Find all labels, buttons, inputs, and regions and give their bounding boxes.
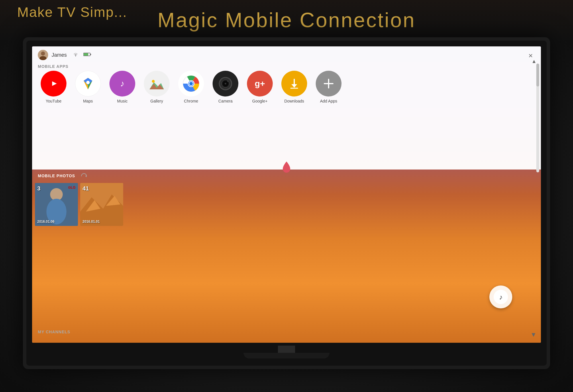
svg-rect-4 [90,54,91,55]
banner-subtitle: Make TV Simp... [17,4,127,20]
banner-title: Magic Mobile Connection [158,8,415,32]
stand-neck [278,346,295,353]
photo-date-1: 2016.01.06 [37,220,54,224]
white-panel [32,46,541,170]
youtube-icon [41,71,66,96]
svg-text:♪: ♪ [120,79,125,88]
googleplus-label: Google+ [252,99,267,103]
svg-point-9 [86,81,90,84]
addapps-label: Add Apps [320,99,337,103]
svg-point-15 [152,80,155,83]
svg-point-28 [227,81,228,82]
top-banner: Make TV Simp... Magic Mobile Connection [0,0,573,40]
teardrop-shape [282,161,291,172]
scrollbar-thumb[interactable] [536,64,539,86]
svg-text:⊙LG: ⊙LG [68,186,76,190]
wifi-icon [72,52,79,58]
gallery-icon [144,71,170,96]
music-float-button[interactable]: ♪ [489,285,512,308]
apps-row: YouTube Maps [38,71,527,103]
photo-count-2: 41 [83,185,89,192]
app-camera[interactable]: Camera [210,71,241,103]
app-downloads[interactable]: Downloads [278,71,310,103]
photos-section: MOBILE PHOTOS [32,170,541,343]
gallery-label: Gallery [150,99,163,103]
user-bar: James [32,46,527,64]
music-icon: ♪ [109,71,135,96]
user-name: James [52,52,67,58]
stand-base [244,353,329,358]
app-chrome[interactable]: Chrome [175,71,207,103]
scrollbar-track[interactable] [536,64,539,172]
app-youtube[interactable]: YouTube [38,71,69,103]
svg-marker-38 [85,175,87,177]
tv-stand [229,346,344,360]
scroll-down-button[interactable]: ▼ [530,331,537,338]
refresh-icon[interactable] [81,173,88,180]
youtube-label: YouTube [46,99,61,103]
camera-label: Camera [218,99,233,103]
googleplus-icon: g+ [247,71,273,96]
avatar [38,50,48,60]
photo-thumb-1[interactable]: ⊙LG 3 2016.01.06 [35,183,78,226]
battery-icon [83,52,91,58]
downloads-label: Downloads [284,99,304,103]
mobile-photos-label: MOBILE PHOTOS [38,174,75,178]
svg-rect-5 [84,53,88,56]
svg-text:g+: g+ [255,79,265,88]
music-label: Music [117,99,128,103]
photo-count-1: 3 [37,185,40,192]
downloads-icon [281,71,307,96]
maps-label: Maps [83,99,93,103]
my-channels-label: MY CHANNELS [38,330,70,334]
maps-icon [75,71,101,96]
photo-date-2: 2016.01.01 [83,220,100,224]
chrome-label: Chrome [184,99,198,103]
app-maps[interactable]: Maps [72,71,104,103]
mobile-apps-label: MOBILE APPS [38,64,68,69]
svg-point-21 [189,82,193,85]
camera-icon [213,71,238,96]
app-googleplus[interactable]: g+ Google+ [244,71,276,103]
svg-point-27 [225,83,226,84]
app-music[interactable]: ♪ Music [107,71,138,103]
tv-bezel: × ▲ James [26,41,547,366]
svg-point-1 [41,52,45,56]
chrome-icon [178,71,204,96]
photos-row: ⊙LG 3 2016.01.06 [35,183,123,226]
photo-thumb-2[interactable]: 41 2016.01.01 [80,183,123,226]
app-gallery[interactable]: Gallery [141,71,172,103]
addapps-icon [316,71,342,96]
tv-screen: × ▲ James [32,46,541,343]
svg-point-12 [148,75,165,92]
svg-text:♪: ♪ [499,293,503,301]
tv-frame: × ▲ James [23,37,550,369]
app-addapps[interactable]: Add Apps [313,71,344,103]
